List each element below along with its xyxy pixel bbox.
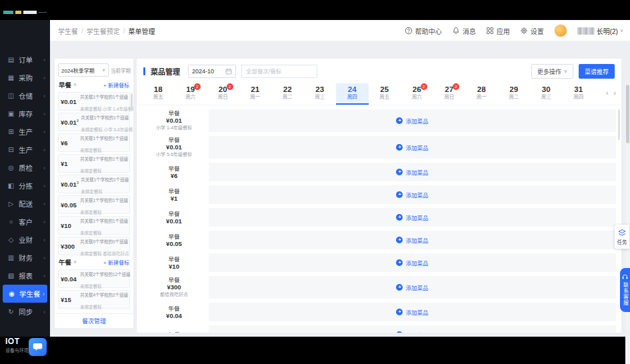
panel-scrollbar[interactable] — [618, 109, 620, 140]
task-widget-button[interactable]: 任务 — [615, 225, 629, 249]
sidebar-item-delivery[interactable]: ▷配送› — [0, 195, 50, 213]
sidebar-item-inventory[interactable]: ▣库存› — [0, 105, 50, 123]
add-dish-button[interactable]: +添加菜品 — [396, 259, 428, 267]
topbar: 学生餐 / 学生餐预定 / 菜单管理 帮助中心 消息 应用 设置 长明(2) ∨ — [50, 20, 630, 41]
chevron-right-icon: › — [43, 93, 45, 99]
window-scrollbar[interactable] — [625, 83, 630, 364]
new-meal-standard-button[interactable]: + 新建餐标 — [103, 81, 129, 89]
sidebar-item-student-meals[interactable]: ◉学生餐› — [3, 285, 47, 303]
meal-standard-card[interactable]: ¥6 共关联1个学校的1个班级未绑定餐标 — [58, 133, 130, 152]
meal-times-management-link[interactable]: 餐次管理 — [55, 313, 133, 328]
list-scrollbar[interactable] — [131, 93, 133, 111]
reports-icon: ▧ — [7, 272, 15, 279]
contact-support-button[interactable]: 联系客服 — [620, 268, 630, 312]
more-actions-button[interactable]: 更多操作 ∨ — [531, 64, 573, 79]
date-cell[interactable]: 21周一 — [239, 83, 272, 105]
help-center-label: 帮助中心 — [415, 26, 442, 36]
breadcrumb-item-student-meal[interactable]: 学生餐 — [58, 26, 78, 36]
sidebar-item-sorting[interactable]: ◧分拣› — [0, 177, 50, 195]
date-cell[interactable]: 22周二 — [271, 83, 304, 105]
dish-slot: +添加菜品 — [209, 325, 616, 333]
user-menu[interactable]: 长明(2) ∨ — [577, 26, 623, 36]
meal-standard-card[interactable]: ¥0.04 共关联2个学校的12个班级未绑定餐标 — [58, 269, 130, 288]
sidebar-item-orders[interactable]: ▤订单› — [0, 51, 50, 69]
chevron-right-icon: › — [43, 237, 45, 243]
add-dish-button[interactable]: +添加菜品 — [396, 213, 428, 221]
breadcrumb-item-meal-booking[interactable]: 学生餐预定 — [87, 26, 120, 36]
customers-icon: ○ — [7, 218, 15, 225]
add-dish-button[interactable]: +添加菜品 — [396, 143, 428, 151]
next-dates-button[interactable]: › — [613, 89, 616, 97]
date-cell[interactable]: 29周二 — [498, 83, 531, 105]
meal-standard-card[interactable]: ¥300 共关联0个学校的0个班级未绑定餐标都给我吃好点 — [58, 237, 130, 255]
date-cell[interactable]: 220周日 — [207, 83, 239, 105]
collapse-icon[interactable]: ∧ — [73, 259, 77, 265]
meal-standard-card[interactable]: ¥10 共关联1个学校的1个班级未绑定餐标 — [58, 216, 130, 235]
collapse-icon[interactable]: ∧ — [73, 82, 77, 87]
logo-line — [39, 12, 47, 13]
settings-link[interactable]: 设置 — [520, 26, 544, 36]
sidebar-item-warehouse[interactable]: ◫仓储› — [0, 87, 50, 105]
iot-chat-button[interactable] — [29, 338, 47, 356]
sidebar-item-production-2[interactable]: ⊟生产› — [0, 141, 50, 159]
meal-standard-card[interactable]: ¥1 共关联1个学校的1个班级未绑定餐标 — [58, 154, 130, 173]
calendar-icon — [225, 68, 232, 75]
help-center-link[interactable]: 帮助中心 — [405, 26, 442, 36]
add-dish-button[interactable]: +添加菜品 — [396, 168, 428, 176]
scrollbar-thumb[interactable] — [626, 85, 629, 143]
apps-link[interactable]: 应用 — [486, 26, 510, 36]
add-dish-button[interactable]: +添加菜品 — [396, 331, 428, 333]
messages-label: 消息 — [463, 26, 476, 36]
date-cell[interactable]: 226周六 — [401, 83, 433, 105]
recipe-recommend-button[interactable]: 菜谱推荐 — [579, 64, 615, 79]
censored-username — [577, 27, 595, 35]
meal-standard-card[interactable]: ¥0.013 共关联1个学校的1个班级未绑定餐标 — [58, 175, 130, 193]
date-cell[interactable]: 31周四 — [563, 83, 595, 105]
month-picker[interactable]: 2024-10 — [188, 65, 236, 78]
date-cell[interactable]: 30周三 — [530, 83, 563, 105]
sidebar-item-purchasing[interactable]: ▦采购› — [0, 69, 50, 87]
add-dish-button[interactable]: +添加菜品 — [396, 283, 428, 291]
layers-icon — [618, 229, 626, 237]
plus-icon: + — [396, 191, 403, 198]
date-cell-selected[interactable]: 24周四 — [336, 83, 369, 105]
chevron-right-icon: › — [43, 255, 45, 261]
add-dish-button[interactable]: +添加菜品 — [396, 236, 428, 244]
brand-logo — [3, 11, 47, 14]
meal-filter-input[interactable] — [241, 65, 317, 78]
avatar[interactable] — [554, 24, 567, 37]
meal-standard-card[interactable]: ¥0.01 共关联1个学校的1个班级未绑定餐标小学 1-4年级餐标 — [58, 92, 130, 111]
breadcrumb-separator: / — [123, 27, 125, 35]
sidebar-item-quality[interactable]: ◎质检› — [0, 159, 50, 177]
meal-row: 早餐¥0.01小学 1-4年级餐标 +添加菜品 — [139, 109, 616, 132]
add-dish-button[interactable]: +添加菜品 — [396, 191, 428, 199]
meal-standard-card[interactable]: ¥15 共关联4个学校的2个班级未绑定餐标 — [58, 290, 130, 309]
date-cell[interactable]: 219周六 — [175, 83, 207, 105]
semester-select[interactable]: 2024秋季学期 ∨ — [58, 63, 109, 77]
date-cell[interactable]: 18周五 — [142, 83, 175, 105]
meal-standard-panel: 2024秋季学期 ∨ 当前学期 早餐 ∧ + 新建餐标 ¥0.01 共关联1个学… — [55, 59, 133, 328]
orders-icon: ▤ — [7, 56, 15, 63]
meal-standard-card[interactable]: ¥0.012 共关联1个学校的1个班级未绑定餐标小学 5-6年级餐标 — [58, 113, 130, 131]
logo-dash-yellow — [15, 11, 21, 14]
sidebar-item-finance[interactable]: ▥财务› — [0, 249, 50, 267]
add-dish-button[interactable]: +添加菜品 — [396, 117, 428, 125]
apps-grid-icon — [486, 27, 494, 35]
sidebar-item-sync[interactable]: ↻同步› — [0, 303, 50, 321]
semester-row: 2024秋季学期 ∨ 当前学期 — [58, 63, 131, 77]
sidebar-item-reports[interactable]: ▧报表› — [0, 267, 50, 285]
date-cell[interactable]: 25周五 — [369, 83, 401, 105]
messages-link[interactable]: 消息 — [452, 26, 476, 36]
prev-dates-button[interactable]: ‹ — [606, 89, 609, 97]
date-cell[interactable]: 227周日 — [433, 83, 466, 105]
sidebar-item-business-finance[interactable]: ◇业财› — [0, 231, 50, 249]
sidebar-item-customers[interactable]: ○客户› — [0, 213, 50, 231]
headset-icon — [622, 274, 628, 280]
breakfast-section-header: 早餐 ∧ + 新建餐标 — [59, 80, 129, 89]
add-dish-button[interactable]: +添加菜品 — [396, 308, 428, 316]
meal-standard-card[interactable]: ¥0.05 共关联1个学校的1个班级未绑定餐标 — [58, 195, 130, 214]
date-cell[interactable]: 28周一 — [465, 83, 498, 105]
new-meal-standard-button[interactable]: + 新建餐标 — [103, 259, 129, 266]
date-cell[interactable]: 23周三 — [304, 83, 337, 105]
sidebar-item-production-1[interactable]: ⊞生产› — [0, 123, 50, 141]
